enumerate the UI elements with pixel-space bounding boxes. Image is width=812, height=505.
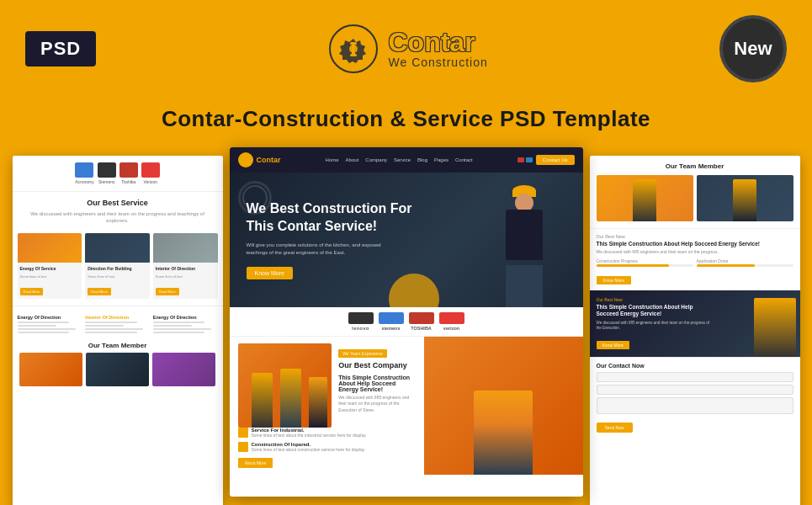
right-about-desc: We discussed with 985 engineers and thei… [597, 249, 793, 255]
logo-area: Contar We Construction [328, 24, 488, 74]
right-about-title: This Simple Construction About Help Socc… [597, 241, 793, 247]
brand-acronomy: Acronomy [75, 162, 94, 184]
about-right [424, 337, 583, 475]
right-about: Our Best New This Simple Construction Ab… [590, 228, 800, 290]
stat-bar-fill-1 [597, 264, 669, 267]
right-team-img-2 [697, 175, 793, 221]
service-card-title-3: Interior Of Direction [153, 263, 218, 274]
service-card-2: Direction For Building Some lines of tex… [85, 233, 150, 299]
right-about-btn[interactable]: Know More [597, 276, 631, 284]
stat-label-1: Construction Progress [597, 258, 693, 263]
nav-link-home[interactable]: Home [326, 157, 339, 162]
right-industrial-desc: We discussed with 985 engineers and thei… [597, 321, 714, 332]
hero-btn[interactable]: Know More [247, 267, 293, 279]
new-badge: New [719, 15, 787, 82]
service-desc-1: Some lines of text about the industrial … [252, 433, 366, 439]
contact-submit-btn[interactable]: Send Now [597, 423, 633, 433]
nav-link-blog[interactable]: Blog [417, 157, 427, 162]
nav-link-service[interactable]: Service [394, 157, 411, 162]
right-team-grid [597, 175, 793, 221]
center-logo-icon [238, 152, 253, 167]
about-tag: We Years Experience [338, 349, 387, 358]
brand-siemens: Siemens [98, 162, 116, 184]
center-nav-cta[interactable]: Contact Us [536, 155, 575, 165]
left-section-title-1: Energy Of Direction [18, 313, 82, 322]
header: PSD Contar We Construction New [0, 0, 812, 98]
stat-label-2: Application Done [697, 258, 793, 263]
svg-point-4 [349, 45, 358, 53]
about-left: We Years Experience Our Best Company Thi… [230, 337, 424, 475]
service-card-1: Energy Of Service Some lines of text Rea… [18, 233, 82, 299]
right-contact: Our Contact Now Send Now [590, 357, 800, 438]
right-industrial: Our Best New This Simple Construction Ab… [590, 290, 800, 357]
service-card-3: Interior Of Direction Some lines of text… [153, 233, 218, 299]
contact-message-area[interactable] [597, 397, 793, 414]
logo-subtitle: We Construction [389, 56, 488, 69]
left-team-title: Our Team Member [19, 342, 216, 349]
contact-name-field[interactable] [597, 372, 793, 382]
left-team-imgs [19, 353, 216, 386]
service-item-1: Service For Industrial. Some lines of te… [238, 428, 416, 439]
stat-application: Application Done [697, 258, 793, 267]
center-nav-name: Contar [257, 156, 281, 164]
stat-bar-fill-2 [697, 264, 755, 267]
about-persons-img [238, 343, 332, 428]
left-service-cards: Energy Of Service Some lines of text Rea… [13, 230, 223, 302]
left-brands: Acronomy Siemens Toshiba Verizon [13, 156, 223, 192]
right-team: Our Team Member [590, 156, 800, 228]
nav-link-about[interactable]: About [346, 157, 359, 162]
logo-title: Contar [389, 29, 488, 56]
about-services: Service For Industrial. Some lines of te… [238, 428, 416, 453]
left-section-2: Interior Of Direction [85, 313, 150, 333]
logo-icon [328, 24, 379, 74]
center-brand-verizon: verizon [439, 312, 464, 331]
about-more-btn[interactable]: About More [238, 458, 273, 468]
contact-email-field[interactable] [597, 385, 793, 395]
service-card-desc-1: Some lines of text [18, 274, 82, 281]
center-hero: We Best Construction For This Contar Ser… [230, 173, 583, 307]
mini-legs [506, 265, 543, 307]
service-item-2: Construction Of Inpared. Some lines of t… [238, 442, 416, 453]
mini-person [491, 181, 558, 307]
flag-red [517, 157, 524, 162]
service-card-btn-1[interactable]: Read More [20, 288, 44, 295]
screenshot-center: Contar Home About Company Service Blog P… [230, 147, 583, 497]
nav-link-contact[interactable]: Contact [455, 157, 473, 162]
hero-content: We Best Construction For This Contar Ser… [230, 183, 432, 297]
left-service-header: Our Best Service [13, 192, 223, 210]
screenshot-right: Our Team Member Our Best New This Simple… [590, 156, 800, 505]
team-member-3 [152, 353, 215, 386]
stat-construction: Construction Progress [597, 258, 693, 267]
stat-bar-bg-2 [697, 264, 793, 267]
stat-bar-bg-1 [597, 264, 693, 267]
service-card-title-2: Direction For Building [85, 263, 150, 274]
svg-rect-3 [350, 54, 357, 56]
center-nav-logo: Contar [238, 152, 281, 167]
service-card-btn-2[interactable]: Read More [88, 288, 111, 295]
mini-body [506, 210, 543, 260]
service-desc-2: Some lines of text about construction se… [252, 447, 365, 453]
center-flags [517, 157, 533, 162]
service-card-title-1: Energy Of Service [18, 263, 82, 274]
about-text-col: We Years Experience Our Best Company Thi… [338, 343, 415, 428]
about-text: We discussed with 985 engineers and thei… [338, 395, 415, 414]
left-section-title-2: Interior Of Direction [85, 313, 150, 322]
main-title: Contar-Construction & Service PSD Templa… [0, 106, 812, 132]
screenshots-area: Acronomy Siemens Toshiba Verizon Our Bes… [0, 147, 812, 505]
service-card-desc-2: Some lines of text [85, 274, 150, 281]
flag-blue [526, 157, 533, 162]
left-sections: Energy Of Direction Interior Of Directio… [13, 310, 223, 337]
service-card-btn-3[interactable]: Read More [156, 288, 179, 295]
right-industrial-btn[interactable]: Know More [597, 341, 629, 349]
hero-title: We Best Construction For This Contar Ser… [247, 200, 415, 236]
center-brand-toshiba: TOSHIBA [409, 312, 434, 331]
about-company-title: Our Best Company [338, 361, 415, 371]
left-team: Our Team Member [13, 337, 223, 391]
screenshot-left: Acronomy Siemens Toshiba Verizon Our Bes… [13, 156, 223, 505]
nav-link-company[interactable]: Company [365, 157, 387, 162]
nav-link-pages[interactable]: Pages [434, 157, 448, 162]
logo-text: Contar We Construction [389, 29, 488, 69]
center-about: We Years Experience Our Best Company Thi… [230, 337, 583, 475]
center-brand-lenovo: lenovo [348, 312, 374, 331]
team-member-1 [19, 353, 82, 386]
